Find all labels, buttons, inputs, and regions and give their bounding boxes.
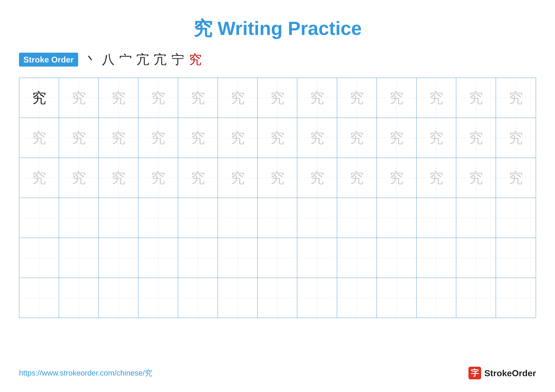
practice-char-0-0: 究	[32, 88, 46, 107]
grid-cell-1-2[interactable]: 究	[99, 118, 139, 158]
grid-cell-3-10[interactable]	[416, 198, 456, 238]
grid-cell-2-2[interactable]: 究	[99, 158, 139, 198]
grid-cell-0-4[interactable]: 究	[178, 78, 218, 118]
grid-row-5	[19, 278, 536, 318]
grid-cell-3-3[interactable]	[139, 198, 178, 238]
grid-cell-5-12[interactable]	[496, 278, 536, 318]
grid-cell-0-9[interactable]: 究	[377, 78, 416, 118]
grid-cell-5-5[interactable]	[218, 278, 258, 318]
grid-cell-5-4[interactable]	[178, 278, 218, 318]
practice-char-1-1: 究	[72, 128, 86, 148]
grid-cell-4-11[interactable]	[456, 238, 496, 278]
grid-cell-4-9[interactable]	[377, 238, 416, 278]
grid-cell-2-6[interactable]: 究	[258, 158, 297, 198]
grid-cell-5-8[interactable]	[337, 278, 377, 318]
grid-cell-4-2[interactable]	[99, 238, 139, 278]
practice-char-1-3: 究	[151, 128, 165, 148]
grid-cell-2-9[interactable]: 究	[377, 158, 416, 198]
grid-cell-0-11[interactable]: 究	[456, 78, 496, 118]
stroke-order-row: Stroke Order 丶八宀宂宂宁究	[19, 51, 536, 68]
grid-cell-5-10[interactable]	[416, 278, 456, 318]
grid-cell-4-7[interactable]	[297, 238, 337, 278]
grid-cell-2-8[interactable]: 究	[337, 158, 377, 198]
grid-cell-3-5[interactable]	[218, 198, 258, 238]
grid-cell-1-0[interactable]: 究	[19, 118, 59, 158]
grid-cell-3-0[interactable]	[19, 198, 59, 238]
grid-cell-3-2[interactable]	[99, 198, 139, 238]
grid-cell-0-10[interactable]: 究	[416, 78, 456, 118]
grid-cell-3-8[interactable]	[337, 198, 377, 238]
practice-char-0-11: 究	[469, 88, 483, 107]
grid-cell-0-5[interactable]: 究	[218, 78, 258, 118]
grid-cell-1-9[interactable]: 究	[377, 118, 416, 158]
grid-cell-2-5[interactable]: 究	[218, 158, 258, 198]
grid-cell-5-0[interactable]	[19, 278, 59, 318]
grid-cell-2-0[interactable]: 究	[19, 158, 59, 198]
grid-cell-4-0[interactable]	[19, 238, 59, 278]
grid-cell-5-7[interactable]	[297, 278, 337, 318]
grid-cell-1-4[interactable]: 究	[178, 118, 218, 158]
grid-cell-4-6[interactable]	[258, 238, 297, 278]
grid-cell-1-5[interactable]: 究	[218, 118, 258, 158]
grid-cell-0-12[interactable]: 究	[496, 78, 536, 118]
practice-char-2-12: 究	[509, 168, 523, 187]
practice-char-2-9: 究	[389, 168, 404, 187]
grid-cell-1-7[interactable]: 究	[297, 118, 337, 158]
grid-cell-3-6[interactable]	[258, 198, 297, 238]
practice-char-1-11: 究	[469, 128, 483, 148]
practice-char-0-4: 究	[191, 88, 205, 107]
grid-cell-1-11[interactable]: 究	[456, 118, 496, 158]
practice-char-1-7: 究	[310, 128, 324, 148]
practice-char-1-4: 究	[191, 128, 205, 148]
logo-text: StrokeOrder	[484, 368, 536, 378]
practice-char-2-11: 究	[469, 168, 483, 187]
practice-char-1-6: 究	[270, 128, 285, 148]
grid-cell-1-3[interactable]: 究	[139, 118, 178, 158]
grid-cell-5-11[interactable]	[456, 278, 496, 318]
practice-char-2-10: 究	[429, 168, 443, 187]
grid-cell-4-12[interactable]	[496, 238, 536, 278]
practice-char-2-1: 究	[72, 168, 86, 187]
grid-cell-1-1[interactable]: 究	[59, 118, 99, 158]
grid-cell-5-3[interactable]	[139, 278, 178, 318]
grid-cell-5-2[interactable]	[99, 278, 139, 318]
practice-char-0-6: 究	[270, 88, 285, 107]
practice-char-1-5: 究	[231, 128, 245, 148]
grid-cell-1-6[interactable]: 究	[258, 118, 297, 158]
grid-cell-0-3[interactable]: 究	[139, 78, 178, 118]
grid-cell-2-3[interactable]: 究	[139, 158, 178, 198]
grid-cell-0-6[interactable]: 究	[258, 78, 297, 118]
grid-cell-3-1[interactable]	[59, 198, 99, 238]
grid-cell-0-8[interactable]: 究	[337, 78, 377, 118]
grid-cell-1-10[interactable]: 究	[416, 118, 456, 158]
grid-cell-3-12[interactable]	[496, 198, 536, 238]
grid-cell-2-10[interactable]: 究	[416, 158, 456, 198]
grid-cell-3-9[interactable]	[377, 198, 416, 238]
grid-cell-1-12[interactable]: 究	[496, 118, 536, 158]
grid-cell-4-3[interactable]	[139, 238, 178, 278]
grid-cell-2-1[interactable]: 究	[59, 158, 99, 198]
grid-cell-3-7[interactable]	[297, 198, 337, 238]
grid-cell-0-7[interactable]: 究	[297, 78, 337, 118]
grid-cell-2-4[interactable]: 究	[178, 158, 218, 198]
grid-cell-0-2[interactable]: 究	[99, 78, 139, 118]
grid-cell-5-1[interactable]	[59, 278, 99, 318]
practice-char-0-5: 究	[231, 88, 245, 107]
grid-cell-4-10[interactable]	[416, 238, 456, 278]
grid-cell-0-0[interactable]: 究	[19, 78, 59, 118]
grid-cell-4-8[interactable]	[337, 238, 377, 278]
grid-cell-4-4[interactable]	[178, 238, 218, 278]
grid-cell-5-9[interactable]	[377, 278, 416, 318]
grid-cell-3-4[interactable]	[178, 198, 218, 238]
stroke-step-4: 宂	[154, 51, 167, 68]
grid-cell-5-6[interactable]	[258, 278, 297, 318]
grid-cell-0-1[interactable]: 究	[59, 78, 99, 118]
grid-cell-1-8[interactable]: 究	[337, 118, 377, 158]
grid-cell-3-11[interactable]	[456, 198, 496, 238]
grid-cell-2-12[interactable]: 究	[496, 158, 536, 198]
practice-char-2-2: 究	[111, 168, 126, 187]
grid-cell-4-5[interactable]	[218, 238, 258, 278]
grid-cell-2-7[interactable]: 究	[297, 158, 337, 198]
grid-cell-2-11[interactable]: 究	[456, 158, 496, 198]
grid-cell-4-1[interactable]	[59, 238, 99, 278]
